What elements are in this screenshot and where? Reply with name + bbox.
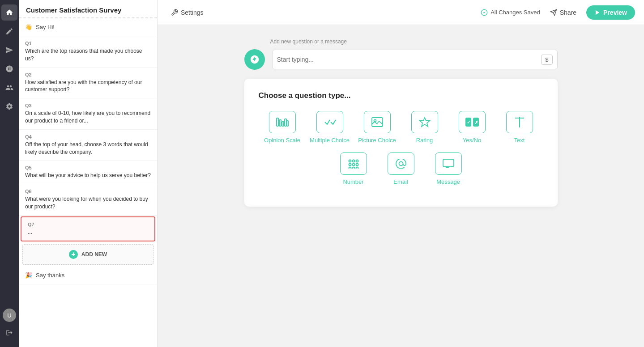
question-number: Q4 [25, 134, 151, 140]
question-input-wrapper: $ [272, 50, 558, 69]
rating-label: Rating [416, 137, 433, 144]
question-number: Q1 [25, 41, 151, 46]
question-text: Off the top of your head, choose 3 words… [25, 141, 151, 156]
question-number: Q2 [25, 72, 151, 77]
type-picture-choice[interactable]: Picture Choice [357, 111, 397, 144]
type-multiple-choice[interactable]: Multiple Choice [310, 111, 350, 144]
svg-point-27 [399, 162, 403, 166]
svg-point-19 [352, 160, 354, 162]
main-area: Settings All Changes Saved Share Preview… [158, 0, 644, 347]
question-number: Q5 [25, 165, 151, 170]
content-area: Add new question or a message $ Choose a… [158, 25, 644, 347]
text-type-icon [506, 111, 533, 133]
svg-marker-3 [596, 10, 599, 15]
user-avatar[interactable]: U [3, 309, 16, 322]
question-number: Q7 [28, 222, 148, 227]
type-opinion-scale[interactable]: Opinion Scale [262, 111, 303, 144]
svg-rect-4 [277, 118, 278, 126]
number-icon [340, 152, 367, 175]
share-button[interactable]: Share [546, 6, 581, 19]
preview-label: Preview [603, 9, 627, 16]
question-text: What will be your advice to help us serv… [25, 172, 151, 179]
sidebar-question-q2[interactable]: Q2 How satisfied are you with the compet… [19, 68, 157, 99]
question-number: Q6 [25, 189, 151, 194]
question-avatar [244, 49, 265, 70]
yes-no-label: Yes/No [463, 137, 481, 144]
settings-button[interactable]: Settings [166, 6, 208, 19]
sidebar-question-q6[interactable]: Q6 What were you looking for when you de… [19, 184, 157, 216]
type-picker: Choose a question type... Opinion Scale … [244, 79, 558, 207]
welcome-label: Say Hi! [36, 24, 55, 30]
svg-point-22 [352, 164, 354, 166]
nav-rail: U [0, 0, 19, 347]
type-yes-no[interactable]: ✓✗ Yes/No [452, 111, 492, 144]
sidebar-welcome[interactable]: 👋 Say Hi! [19, 18, 157, 36]
type-picker-row-2: Number Email Message [259, 152, 543, 185]
type-message[interactable]: Message [428, 152, 469, 185]
sidebar-questions-list: Q1 Which are the top reasons that made y… [19, 36, 157, 242]
question-text: Which are the top reasons that made you … [25, 47, 151, 63]
opinion-scale-label: Opinion Scale [264, 137, 300, 144]
svg-rect-6 [282, 122, 284, 126]
yes-no-icon: ✓✗ [459, 111, 486, 133]
add-new-button[interactable]: + ADD NEW [22, 244, 154, 265]
thanks-emoji: 🎉 [25, 272, 32, 279]
svg-rect-7 [285, 119, 286, 126]
message-icon [435, 152, 462, 175]
question-text: ... [28, 229, 148, 236]
multiple-choice-icon [316, 111, 343, 133]
sidebar-question-q4[interactable]: Q4 Off the top of your head, choose 3 wo… [19, 130, 157, 161]
svg-point-20 [356, 160, 358, 162]
multiple-choice-label: Multiple Choice [310, 137, 350, 144]
type-rating[interactable]: Rating [405, 111, 445, 144]
nav-edit-icon[interactable] [1, 23, 17, 39]
sidebar: Customer Satisfaction Survey 👋 Say Hi! Q… [19, 0, 158, 347]
add-new-label: ADD NEW [81, 251, 107, 258]
nav-users-icon[interactable] [1, 80, 17, 96]
svg-rect-5 [279, 120, 281, 126]
sidebar-question-q1[interactable]: Q1 Which are the top reasons that made y… [19, 36, 157, 68]
nav-logout-icon[interactable] [1, 325, 17, 341]
svg-rect-9 [372, 118, 383, 127]
email-label: Email [393, 178, 408, 185]
add-new-icon: + [69, 250, 78, 259]
svg-rect-8 [287, 121, 288, 126]
question-text: How satisfied are you with the competenc… [25, 79, 151, 94]
saved-label: All Changes Saved [490, 9, 540, 16]
dollar-icon[interactable]: $ [541, 55, 552, 65]
text-label: Text [514, 137, 525, 144]
sidebar-thanks[interactable]: 🎉 Say thanks [19, 267, 157, 284]
svg-point-25 [352, 167, 354, 169]
survey-title: Customer Satisfaction Survey [19, 0, 157, 18]
number-label: Number [343, 178, 363, 185]
sidebar-question-q7[interactable]: Q7 ... [21, 216, 155, 241]
svg-point-21 [349, 164, 351, 166]
svg-rect-28 [443, 159, 454, 167]
nav-settings-icon[interactable] [1, 98, 17, 114]
type-number[interactable]: Number [333, 152, 374, 185]
email-icon [388, 152, 414, 175]
opinion-scale-icon [269, 111, 296, 133]
svg-marker-11 [420, 118, 430, 127]
type-email[interactable]: Email [381, 152, 421, 185]
thanks-label: Say thanks [36, 272, 64, 279]
picture-choice-label: Picture Choice [358, 137, 396, 144]
rating-icon [411, 111, 438, 133]
settings-label: Settings [181, 9, 204, 16]
question-text: On a scale of 0-10, how likely are you t… [25, 110, 151, 125]
svg-point-24 [349, 167, 351, 169]
question-text: What were you looking for when you decid… [25, 195, 151, 211]
nav-chart-icon[interactable] [1, 61, 17, 77]
sidebar-question-q5[interactable]: Q5 What will be your advice to help us s… [19, 161, 157, 184]
svg-text:✗: ✗ [475, 120, 478, 125]
share-label: Share [560, 9, 576, 16]
preview-button[interactable]: Preview [586, 5, 635, 20]
question-input[interactable] [277, 56, 542, 63]
sidebar-question-q3[interactable]: Q3 On a scale of 0-10, how likely are yo… [19, 98, 157, 130]
topbar: Settings All Changes Saved Share Preview [158, 0, 644, 25]
type-text[interactable]: Text [499, 111, 540, 144]
type-picker-title: Choose a question type... [259, 91, 543, 100]
nav-send-icon[interactable] [1, 42, 17, 58]
welcome-emoji: 👋 [25, 24, 32, 30]
nav-home-icon[interactable] [1, 4, 17, 21]
